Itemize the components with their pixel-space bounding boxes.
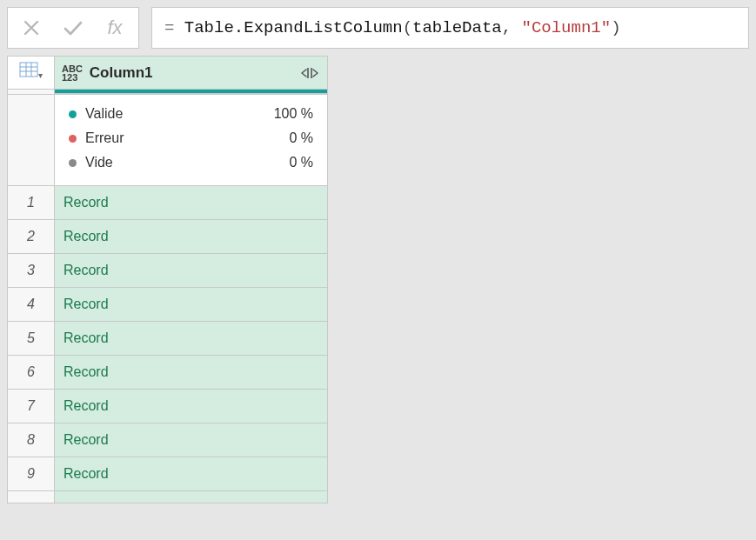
cell-record[interactable]: Record — [55, 356, 328, 390]
row-index[interactable]: 2 — [8, 220, 55, 254]
table-row: 8 Record — [8, 423, 328, 457]
cell-record[interactable]: Record — [55, 288, 328, 322]
cell-record[interactable]: Record — [55, 322, 328, 356]
quality-valid: Valide 100 % — [69, 102, 313, 126]
row-index[interactable]: 8 — [8, 423, 55, 457]
confirm-icon[interactable] — [58, 13, 88, 43]
table-row: 7 Record — [8, 390, 328, 423]
quality-empty: Vide 0 % — [69, 150, 313, 175]
cell-record[interactable]: Record — [55, 186, 328, 220]
select-all-corner[interactable] — [8, 57, 55, 90]
table-row: 9 Record — [8, 457, 328, 491]
row-index[interactable]: 9 — [8, 457, 55, 491]
row-index[interactable]: 5 — [8, 322, 55, 356]
fx-icon[interactable]: fx — [100, 13, 130, 43]
dot-error-icon — [69, 135, 77, 143]
formula-bar: fx = Table.ExpandListColumn(tableData, "… — [0, 0, 756, 56]
svg-rect-0 — [20, 63, 37, 77]
quality-bar — [55, 90, 327, 94]
formula-actions: fx — [7, 7, 139, 49]
cell-record[interactable]: Record — [55, 254, 328, 288]
data-grid: ABC123 Column1 — [0, 56, 756, 503]
cell-record[interactable] — [55, 491, 328, 503]
row-index[interactable] — [8, 491, 55, 503]
cancel-icon[interactable] — [17, 13, 46, 43]
table-row: 6 Record — [8, 356, 328, 390]
dot-valid-icon — [69, 110, 77, 118]
cell-record[interactable]: Record — [55, 390, 328, 423]
expand-column-icon[interactable] — [299, 63, 320, 83]
row-index[interactable]: 1 — [8, 186, 55, 220]
formula-arg2: "Column1" — [522, 18, 612, 37]
header-row: ABC123 Column1 — [8, 57, 328, 90]
cell-record[interactable]: Record — [55, 457, 328, 491]
row-index[interactable]: 6 — [8, 356, 55, 390]
quality-summary[interactable]: Valide 100 % Erreur 0 % Vide 0 % — [55, 95, 328, 186]
table-row: 5 Record — [8, 322, 328, 356]
table-row: 3 Record — [8, 254, 328, 288]
cell-record[interactable]: Record — [55, 220, 328, 254]
formula-arg1: tableData — [412, 18, 502, 37]
table-row-partial — [8, 491, 328, 503]
quality-summary-row: Valide 100 % Erreur 0 % Vide 0 % — [8, 95, 328, 186]
row-index[interactable]: 7 — [8, 390, 55, 423]
column-name: Column1 — [90, 64, 292, 82]
formula-func: Table.ExpandListColumn — [184, 18, 403, 37]
table-row: 1 Record — [8, 186, 328, 220]
column-header-column1[interactable]: ABC123 Column1 — [55, 57, 328, 90]
quality-error: Erreur 0 % — [69, 126, 313, 150]
table-row: 4 Record — [8, 288, 328, 322]
formula-eq: = — [164, 18, 174, 37]
row-index[interactable]: 3 — [8, 254, 55, 288]
cell-record[interactable]: Record — [55, 423, 328, 457]
dot-empty-icon — [69, 159, 77, 167]
type-any-icon: ABC123 — [62, 64, 83, 82]
table-row: 2 Record — [8, 220, 328, 254]
row-index[interactable]: 4 — [8, 288, 55, 322]
formula-input[interactable]: = Table.ExpandListColumn(tableData, "Col… — [151, 7, 749, 49]
